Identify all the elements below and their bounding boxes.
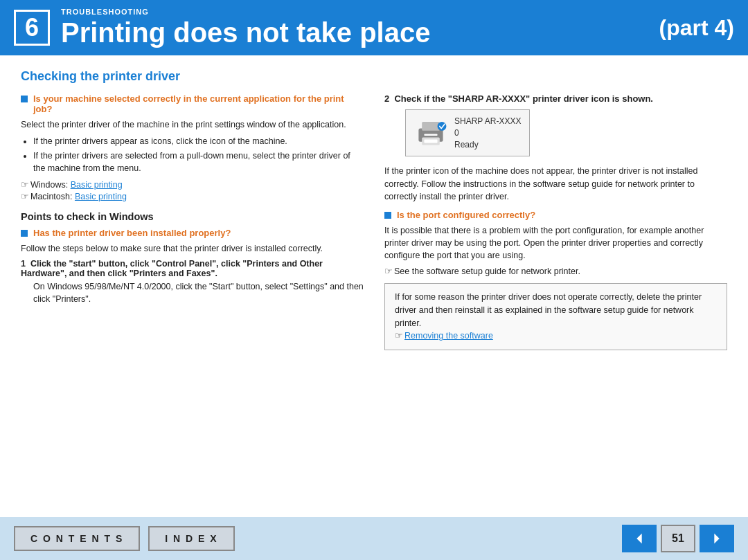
step2-heading: 2 Check if the "SHARP AR-XXXX" printer d… bbox=[384, 93, 727, 104]
bullet-item-1: If the printer drivers appear as icons, … bbox=[33, 135, 364, 147]
step1-body: On Windows 95/98/Me/NT 4.0/2000, click t… bbox=[33, 280, 364, 305]
printer-info: SHARP AR-XXXX 0 Ready bbox=[454, 116, 521, 150]
question1-label: Is your machine selected correctly in th… bbox=[33, 93, 364, 114]
ref-mac: ☞Macintosh: Basic printing bbox=[21, 191, 364, 201]
footer-navigation: 51 bbox=[622, 525, 734, 552]
removing-software-link[interactable]: Removing the software bbox=[404, 331, 493, 341]
blue-bullet-icon bbox=[21, 96, 28, 102]
right-body1: If the printer icon of the machine does … bbox=[384, 165, 727, 202]
chapter-number: 6 bbox=[14, 10, 50, 46]
basic-printing-windows-link[interactable]: Basic printing bbox=[71, 180, 123, 190]
question3-body: It is possible that there is a problem w… bbox=[384, 224, 727, 262]
svg-rect-1 bbox=[422, 122, 440, 131]
bullet-item-2: If the printer drivers are selected from… bbox=[33, 150, 364, 174]
subsection-heading: Points to check in Windows bbox=[21, 211, 364, 222]
blue-bullet-icon-2 bbox=[21, 230, 28, 237]
svg-rect-3 bbox=[424, 140, 437, 143]
printer-icon-box: SHARP AR-XXXX 0 Ready bbox=[405, 109, 530, 156]
page-header: 6 TROUBLESHOOTING Printing does not take… bbox=[0, 0, 748, 55]
question3-label: Is the port configured correctly? bbox=[397, 210, 535, 220]
note-ref-icon: ☞ bbox=[395, 331, 403, 341]
header-title: Printing does not take place bbox=[61, 17, 659, 48]
ref-icon-mac: ☞ bbox=[21, 192, 29, 201]
printer-icon bbox=[414, 116, 447, 150]
question2-item: Has the printer driver been installed pr… bbox=[21, 228, 364, 238]
svg-rect-4 bbox=[424, 134, 437, 136]
printer-status-num: 0 bbox=[454, 127, 521, 139]
header-text-group: TROUBLESHOOTING Printing does not take p… bbox=[61, 8, 659, 48]
contents-button[interactable]: C O N T E N T S bbox=[14, 526, 140, 551]
printer-status-text: Ready bbox=[454, 139, 521, 151]
chevron-left-icon bbox=[632, 531, 647, 546]
footer: C O N T E N T S I N D E X 51 bbox=[0, 517, 748, 560]
page-number: 51 bbox=[661, 525, 695, 552]
svg-marker-6 bbox=[636, 534, 641, 544]
printer-name: SHARP AR-XXXX bbox=[454, 116, 521, 127]
question1-bullet-list: If the printer drivers appear as icons, … bbox=[33, 135, 364, 174]
prev-page-button[interactable] bbox=[622, 525, 657, 552]
two-column-layout: Is your machine selected correctly in th… bbox=[21, 93, 727, 350]
question2-body: Follow the steps below to make sure that… bbox=[21, 242, 364, 255]
chevron-right-icon bbox=[709, 531, 724, 546]
right-column: 2 Check if the "SHARP AR-XXXX" printer d… bbox=[384, 93, 727, 350]
left-column: Is your machine selected correctly in th… bbox=[21, 93, 364, 350]
question3-item: Is the port configured correctly? bbox=[384, 210, 727, 220]
step1-heading: 1 Click the "start" button, click "Contr… bbox=[21, 259, 364, 278]
note-box: If for some reason the printer driver do… bbox=[384, 283, 727, 350]
ref-icon-3: ☞ bbox=[384, 267, 393, 276]
question1-item: Is your machine selected correctly in th… bbox=[21, 93, 364, 114]
next-page-button[interactable] bbox=[700, 525, 734, 552]
index-button[interactable]: I N D E X bbox=[148, 526, 234, 551]
ref-windows: ☞Windows: Basic printing bbox=[21, 179, 364, 190]
basic-printing-mac-link[interactable]: Basic printing bbox=[75, 192, 127, 201]
ref-icon-windows: ☞ bbox=[21, 180, 29, 190]
main-content: Checking the printer driver Is your mach… bbox=[0, 55, 748, 517]
svg-point-5 bbox=[438, 122, 447, 131]
note-box-text: If for some reason the printer driver do… bbox=[395, 292, 702, 328]
svg-marker-7 bbox=[714, 534, 719, 544]
question3-ref: ☞See the software setup guide for networ… bbox=[384, 266, 727, 276]
section-heading: Checking the printer driver bbox=[21, 69, 727, 84]
header-category: TROUBLESHOOTING bbox=[61, 8, 659, 16]
header-part: (part 4) bbox=[659, 15, 734, 41]
question1-body: Select the printer driver of the machine… bbox=[21, 118, 364, 131]
blue-bullet-icon-3 bbox=[384, 212, 391, 219]
question2-label: Has the printer driver been installed pr… bbox=[33, 228, 231, 238]
step1: 1 Click the "start" button, click "Contr… bbox=[21, 259, 364, 305]
